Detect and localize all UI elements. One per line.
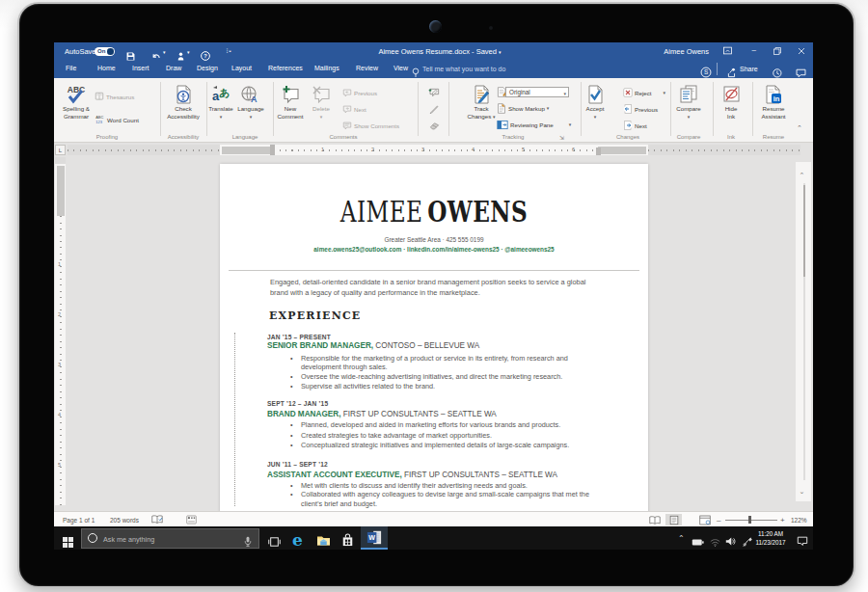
zoom-slider-thumb[interactable]	[748, 516, 751, 524]
resume-divider	[229, 270, 639, 271]
tray-expand-icon[interactable]: ⌃	[678, 534, 685, 543]
hide-ink-button[interactable]: HideInk	[712, 83, 750, 131]
tab-home[interactable]: Home	[97, 65, 116, 71]
touch-mode-dropdown-chevron-icon[interactable]: ▾	[187, 49, 190, 55]
autosave-toggle[interactable]: On	[95, 47, 115, 57]
display-for-review-select[interactable]: Original▾	[505, 87, 569, 97]
customize-qat-icon[interactable]: ᎒▾	[226, 48, 231, 54]
pen-button[interactable]	[429, 103, 440, 115]
spelling-grammar-icon: ABC	[58, 85, 95, 104]
clock[interactable]: 11:20 AM 11/23/2017	[749, 529, 792, 547]
resume-content: AIMEEOWENS Greater Seattle Area · 425 55…	[220, 164, 648, 511]
svg-text:?: ?	[203, 53, 207, 59]
scrollbar-thumb[interactable]	[803, 185, 805, 277]
group-label-proofing: Proofing	[83, 134, 131, 140]
compare-button[interactable]: Compare▾	[668, 83, 709, 131]
battery-icon[interactable]	[692, 533, 704, 550]
compare-icon	[668, 85, 709, 104]
zoom-in-button[interactable]: +	[780, 516, 785, 525]
minimize-button[interactable]: –	[752, 45, 756, 54]
action-center-icon[interactable]	[797, 532, 808, 550]
print-layout-view-icon[interactable]	[665, 514, 682, 525]
reject-icon	[623, 88, 633, 97]
scroll-down-icon[interactable]: ⌄	[800, 488, 805, 496]
show-comments-button[interactable]: Show Comments	[342, 120, 399, 131]
experience-1-title: SENIOR BRAND MANAGER, CONTOSO – BELLEVUE…	[267, 341, 479, 350]
previous-change-button[interactable]: Previous	[623, 103, 658, 115]
edge-icon[interactable]: e	[292, 530, 303, 550]
new-comment-button[interactable]: NewComment	[272, 83, 309, 131]
resume-assistant-button[interactable]: in ResumeAssistant	[752, 83, 795, 131]
reject-button[interactable]: Reject ▾	[623, 87, 665, 98]
undo-dropdown-chevron-icon[interactable]: ▾	[163, 49, 166, 55]
collapse-ribbon-icon[interactable]: ⌃	[797, 124, 802, 132]
horizontal-ruler[interactable]: 1 2 3 4 5 6	[68, 145, 800, 155]
next-change-button[interactable]: Next	[623, 120, 647, 131]
tab-review[interactable]: Review	[356, 65, 378, 71]
store-icon[interactable]	[341, 530, 354, 548]
scroll-up-icon[interactable]: ⌃	[800, 172, 805, 179]
experience-2-dates: SEPT ’12 – JAN ’15	[267, 400, 328, 407]
show-markup-button[interactable]: Show Markup▾	[497, 102, 549, 114]
word-count-indicator[interactable]: 205 words	[110, 517, 139, 524]
tracking-dialog-launcher-icon[interactable]: ⇲	[559, 134, 564, 141]
indent-marker-left[interactable]	[270, 145, 275, 155]
ribbon-display-options-icon[interactable]	[723, 46, 732, 55]
start-button[interactable]	[63, 533, 73, 550]
tab-file[interactable]: File	[66, 65, 76, 71]
ink-comment-icon	[428, 88, 440, 97]
share-label[interactable]: Share	[740, 66, 758, 72]
delete-comment-button[interactable]: Delete▾	[305, 83, 338, 131]
zoom-level[interactable]: 122%	[791, 517, 807, 524]
group-label-tracking: Tracking	[489, 134, 537, 140]
microphone-icon[interactable]	[244, 533, 252, 551]
language-button[interactable]: A Language▾	[231, 83, 271, 131]
tab-view[interactable]: View	[393, 65, 408, 71]
indent-marker-right[interactable]	[596, 148, 601, 155]
close-button[interactable]	[798, 46, 805, 55]
speaker-icon[interactable]	[725, 532, 736, 550]
tell-me-label[interactable]: Tell me what you want to do	[422, 66, 505, 72]
web-layout-view-icon[interactable]	[696, 514, 713, 525]
show-comments-icon	[342, 121, 352, 130]
tab-references[interactable]: References	[268, 65, 303, 71]
tab-insert[interactable]: Insert	[132, 65, 149, 71]
spelling-grammar-button[interactable]: ABC Spelling &Grammar	[58, 83, 95, 131]
ink-comment-button[interactable]	[428, 87, 440, 98]
thesaurus-button[interactable]: Thesaurus	[95, 91, 134, 102]
vertical-scrollbar[interactable]: ⌃ ⌄	[796, 162, 811, 501]
tab-draw[interactable]: Draw	[166, 65, 181, 71]
task-view-icon[interactable]	[268, 532, 281, 550]
previous-comment-button[interactable]: Previous	[342, 87, 377, 98]
next-comment-button[interactable]: Next	[342, 103, 366, 115]
svg-text:あ: あ	[219, 87, 230, 99]
word-taskbar-button[interactable]: W	[361, 526, 388, 550]
macro-recorder-icon[interactable]	[186, 515, 197, 525]
experience-2-bullet-2: Created strategies to take advantage of …	[301, 431, 596, 441]
tab-selector[interactable]: L	[55, 145, 66, 155]
eraser-button[interactable]	[429, 120, 440, 131]
experience-1-bullet-1: Responsible for the marketing of a produ…	[301, 354, 596, 372]
vertical-ruler[interactable]: 1 2 3 4 5	[55, 157, 66, 505]
wifi-icon[interactable]	[710, 533, 720, 550]
word-count-button[interactable]: ABC123 Word Count	[95, 114, 139, 125]
resume-summary: Engaged, detail-oriented candidate in a …	[270, 278, 594, 298]
experience-1-bullet-3: Supervise all activities related to the …	[301, 382, 596, 391]
titlebar-separator	[717, 63, 718, 75]
proofing-status-icon[interactable]	[151, 515, 163, 525]
file-explorer-icon[interactable]	[316, 531, 331, 549]
tab-layout[interactable]: Layout	[231, 65, 252, 71]
svg-text:A: A	[251, 94, 258, 104]
tab-design[interactable]: Design	[197, 65, 218, 71]
zoom-out-button[interactable]: –	[717, 516, 720, 525]
accept-button[interactable]: Accept▾	[577, 83, 613, 131]
zoom-slider-track[interactable]	[725, 520, 777, 521]
restore-button[interactable]	[773, 46, 781, 55]
tab-mailings[interactable]: Mailings	[314, 65, 339, 71]
check-accessibility-button[interactable]: CheckAccessibility	[162, 83, 204, 131]
page-indicator[interactable]: Page 1 of 1	[63, 517, 95, 524]
search-box[interactable]: Ask me anything	[81, 528, 259, 549]
read-mode-view-icon[interactable]	[646, 514, 663, 525]
group-label-accessibility: Accessibility	[156, 134, 210, 140]
reviewing-pane-button[interactable]: Reviewing Pane ▾	[497, 119, 571, 130]
